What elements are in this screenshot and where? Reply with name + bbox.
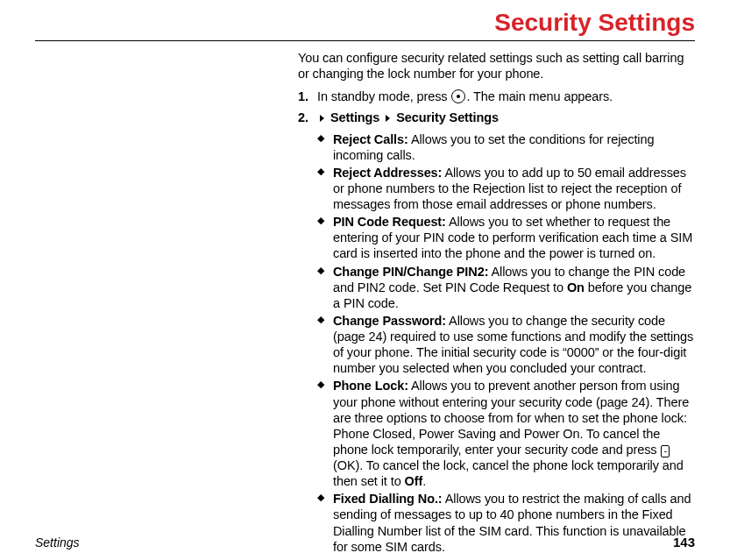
- page-footer: Settings 143: [35, 535, 695, 549]
- feature-change-pin: Change PIN/Change PIN2: Allows you to ch…: [317, 264, 695, 311]
- off-value: Off: [405, 474, 423, 488]
- nav-arrow-icon: [320, 115, 324, 122]
- content-column: You can configure security related setti…: [298, 50, 695, 555]
- feature-label: Reject Calls:: [333, 132, 408, 146]
- feature-label: Phone Lock:: [333, 379, 408, 393]
- step-number: 2.: [298, 110, 308, 125]
- feature-pin-request: PIN Code Request: Allows you to set whet…: [317, 214, 695, 261]
- feature-change-password: Change Password: Allows you to change th…: [317, 313, 695, 377]
- step-1: 1. In standby mode, press . The main men…: [298, 89, 695, 104]
- step-1-text-a: In standby mode, press: [317, 89, 450, 103]
- feature-reject-calls: Reject Calls: Allows you to set the cond…: [317, 131, 695, 163]
- feature-text: (OK). To cancel the lock, cancel the pho…: [333, 458, 684, 488]
- feature-label: Change PIN/Change PIN2:: [333, 265, 488, 279]
- title-rule: [35, 40, 695, 41]
- manual-page: Security Settings You can configure secu…: [0, 0, 730, 560]
- feature-reject-addresses: Reject Addresses: Allows you to add up t…: [317, 165, 695, 212]
- feature-label: Fixed Dialling No.:: [333, 492, 443, 506]
- steps-list: 1. In standby mode, press . The main men…: [298, 89, 695, 125]
- feature-label: PIN Code Request:: [333, 215, 446, 229]
- footer-page-number: 143: [673, 535, 695, 549]
- nav-settings: Settings: [330, 110, 379, 124]
- footer-section: Settings: [35, 535, 80, 549]
- step-1-text-b: . The main menu appears.: [466, 89, 613, 103]
- intro-paragraph: You can configure security related setti…: [298, 50, 695, 82]
- step-2: 2. Settings Security Settings: [298, 110, 695, 125]
- nav-security-settings: Security Settings: [396, 110, 499, 124]
- step-number: 1.: [298, 89, 308, 104]
- feature-list: Reject Calls: Allows you to set the cond…: [298, 131, 695, 555]
- feature-text: .: [422, 474, 426, 488]
- feature-label: Reject Addresses:: [333, 166, 442, 180]
- feature-label: Change Password:: [333, 314, 446, 328]
- feature-phone-lock: Phone Lock: Allows you to prevent anothe…: [317, 378, 695, 489]
- on-value: On: [567, 280, 585, 294]
- page-title: Security Settings: [35, 9, 695, 37]
- softkey-icon: -: [661, 445, 670, 457]
- center-key-icon: [451, 89, 465, 103]
- nav-arrow-icon: [386, 115, 390, 122]
